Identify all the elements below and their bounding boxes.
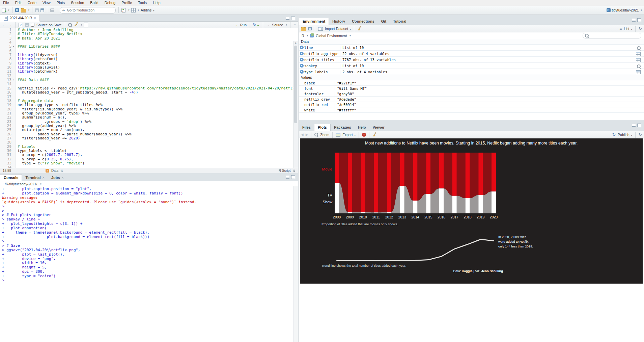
- console-vertical-scrollbar[interactable]: [293, 186, 298, 342]
- project-button[interactable]: R tidytuesday-2021 ▾: [607, 8, 642, 12]
- code-tools-icon[interactable]: [74, 23, 78, 27]
- minimize-pane-icon[interactable]: [632, 124, 636, 127]
- environment-object-black[interactable]: black"#221f1f": [299, 80, 644, 86]
- open-file-caret-icon[interactable]: ▾: [28, 9, 30, 11]
- inspect-object-icon[interactable]: [637, 64, 641, 68]
- tab-plots[interactable]: Plots: [314, 124, 331, 131]
- new-file-caret-icon[interactable]: ▾: [8, 9, 9, 11]
- publish-button[interactable]: Publish ▾: [618, 133, 632, 137]
- tab-git[interactable]: Git: [378, 18, 390, 25]
- refresh-plot-icon[interactable]: ↻: [639, 132, 642, 137]
- run-button[interactable]: Run: [240, 23, 247, 27]
- expand-object-icon[interactable]: ▶: [300, 58, 304, 61]
- goto-file-input[interactable]: [66, 8, 107, 12]
- menu-item-build[interactable]: Build: [87, 0, 101, 6]
- maximize-pane-icon[interactable]: [637, 124, 641, 127]
- scrollbar-thumb[interactable]: [294, 46, 297, 123]
- menu-item-debug[interactable]: Debug: [102, 0, 118, 6]
- menu-item-edit[interactable]: Edit: [12, 0, 25, 6]
- addins-button[interactable]: Addins ▾: [141, 8, 155, 12]
- remove-plot-icon[interactable]: ×: [362, 133, 366, 137]
- console-output[interactable]: + plot.caption.position = "plot",+ plot.…: [0, 186, 293, 342]
- view-table-icon[interactable]: [636, 58, 641, 62]
- environment-selector[interactable]: Global Environment: [316, 34, 347, 38]
- zoom-plot-icon[interactable]: [314, 133, 318, 136]
- refresh-icon[interactable]: ↻: [639, 26, 642, 31]
- popout-editor-icon[interactable]: ↗: [19, 23, 23, 27]
- menu-item-profile[interactable]: Profile: [118, 0, 135, 6]
- open-file-icon[interactable]: [21, 9, 26, 12]
- vcs-caret-icon[interactable]: ▾: [128, 9, 130, 11]
- menu-item-file[interactable]: File: [0, 0, 12, 6]
- environment-object-line[interactable]: ▶lineList of 10: [299, 45, 644, 51]
- pane-layout-icon[interactable]: [131, 8, 136, 12]
- new-project-icon[interactable]: R: [15, 8, 19, 12]
- editor-tab[interactable]: 2021-04-20.R ×: [0, 15, 40, 22]
- maximize-pane-icon[interactable]: [291, 17, 295, 20]
- section-selector[interactable]: Data: [51, 169, 58, 173]
- environment-object-fontcolor[interactable]: fontcolor"gray30": [299, 91, 644, 97]
- expand-object-icon[interactable]: ▶: [300, 46, 304, 49]
- find-replace-icon[interactable]: [68, 23, 72, 27]
- forward-icon[interactable]: →: [8, 23, 12, 27]
- import-dataset-icon[interactable]: [318, 27, 323, 31]
- environment-object-netflix_titles[interactable]: ▶netflix_titles7787 obs. of 13 variables: [299, 57, 644, 63]
- editor-vertical-scrollbar[interactable]: ▲: [293, 41, 298, 176]
- pane-layout-caret-icon[interactable]: ▾: [138, 9, 139, 11]
- save-all-icon[interactable]: [40, 8, 44, 12]
- close-tab-icon[interactable]: ×: [34, 15, 36, 21]
- tab-terminal[interactable]: Terminal×: [22, 175, 48, 181]
- maximize-pane-icon[interactable]: [291, 175, 295, 179]
- tab-environment[interactable]: Environment: [299, 18, 329, 25]
- tab-viewer[interactable]: Viewer: [369, 124, 388, 131]
- run-arrow-icon[interactable]: →: [234, 23, 238, 27]
- file-type-selector[interactable]: R Script ⇅: [279, 169, 295, 173]
- menu-item-session[interactable]: Session: [68, 0, 87, 6]
- next-plot-icon[interactable]: ▶: [306, 133, 308, 136]
- scroll-up-icon[interactable]: ▲: [293, 42, 298, 44]
- environment-object-sankey[interactable]: ▶sankeyList of 10: [299, 63, 644, 69]
- tab-files[interactable]: Files: [299, 124, 314, 131]
- maximize-pane-icon[interactable]: [637, 18, 641, 22]
- menu-item-code[interactable]: Code: [25, 0, 39, 6]
- environment-object-font[interactable]: font"Gill Sans MT": [299, 86, 644, 91]
- menu-item-view[interactable]: View: [39, 0, 54, 6]
- environment-search-input[interactable]: [590, 33, 636, 38]
- view-table-icon[interactable]: [636, 70, 641, 74]
- minimize-pane-icon[interactable]: [632, 19, 636, 22]
- previous-plot-icon[interactable]: ◀: [301, 133, 304, 136]
- expand-object-icon[interactable]: ▶: [300, 70, 304, 74]
- clear-environment-icon[interactable]: [357, 26, 362, 31]
- tab-connections[interactable]: Connections: [348, 18, 378, 25]
- zoom-button[interactable]: Zoom: [320, 133, 329, 137]
- load-workspace-icon[interactable]: [301, 27, 306, 31]
- language-selector[interactable]: R: [302, 34, 304, 38]
- minimize-pane-icon[interactable]: [286, 17, 289, 20]
- new-file-icon[interactable]: +: [2, 8, 6, 12]
- minimize-pane-icon[interactable]: [286, 176, 289, 179]
- rerun-icon[interactable]: ↻→: [253, 23, 260, 27]
- export-button[interactable]: Export ▾: [342, 133, 356, 137]
- print-icon[interactable]: [50, 9, 54, 12]
- tab-tutorial[interactable]: Tutorial: [390, 18, 410, 25]
- document-outline-icon[interactable]: ≡: [293, 23, 296, 27]
- environment-object-netflix_red[interactable]: netflix_red"#e50914": [299, 102, 644, 107]
- source-on-save-checkbox[interactable]: [31, 23, 34, 27]
- tab-help[interactable]: Help: [355, 124, 369, 131]
- environment-object-white[interactable]: white"#ffffff": [299, 107, 644, 113]
- export-plot-icon[interactable]: [336, 133, 340, 137]
- version-control-icon[interactable]: +-: [121, 8, 126, 12]
- code-editor[interactable]: 1# Author : Jenn Schilling2# Title: #Tid…: [0, 28, 298, 179]
- close-tab-icon[interactable]: ×: [62, 175, 64, 181]
- clear-all-plots-icon[interactable]: [372, 132, 377, 137]
- tab-jobs[interactable]: Jobs×: [48, 175, 67, 181]
- environment-object-netflix_grey[interactable]: netflix_grey"#dedede": [299, 97, 644, 102]
- compile-report-icon[interactable]: [84, 23, 88, 27]
- inspect-object-icon[interactable]: [637, 46, 641, 50]
- goto-file-box[interactable]: ➜: [60, 7, 116, 14]
- expand-object-icon[interactable]: ▶: [300, 52, 304, 55]
- environment-object-netflix_agg_type[interactable]: ▶netflix_agg_type22 obs. of 4 variables: [299, 51, 644, 57]
- tab-console[interactable]: Console: [0, 174, 22, 181]
- close-tab-icon[interactable]: ×: [42, 175, 44, 181]
- source-button[interactable]: Source: [272, 23, 283, 27]
